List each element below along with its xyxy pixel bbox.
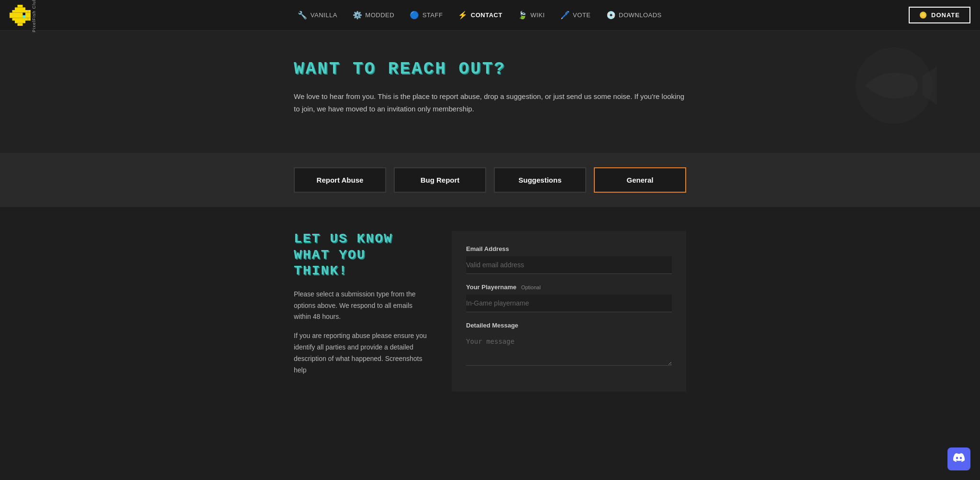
- contact-icon: ⚡: [458, 11, 468, 20]
- svg-rect-5: [15, 21, 25, 23]
- form-container: Let us know what you think! Please selec…: [275, 231, 705, 392]
- hero-content: Want to reach out? We love to hear from …: [275, 59, 705, 115]
- nav-modded-label: Modded: [365, 11, 394, 19]
- svg-rect-10: [28, 18, 31, 21]
- donate-label: Donate: [931, 11, 960, 19]
- form-description-2: If you are reporting abuse please ensure…: [294, 330, 428, 376]
- svg-rect-7: [23, 12, 26, 15]
- tab-container: Report Abuse Bug Report Suggestions Gene…: [275, 167, 705, 193]
- donate-coin-icon: 🪙: [919, 11, 927, 19]
- svg-rect-9: [28, 10, 31, 13]
- nav-wiki[interactable]: 🍃 Wiki: [512, 8, 551, 22]
- tab-general[interactable]: General: [594, 167, 686, 193]
- optional-badge: Optional: [521, 284, 541, 290]
- nav-vanilla-label: Vanilla: [311, 11, 337, 19]
- message-group: Detailed Message: [466, 322, 672, 368]
- email-input[interactable]: [466, 256, 672, 274]
- hero-description: We love to hear from you. This is the pl…: [294, 90, 686, 115]
- nav-links: 🔧 Vanilla ⚙️ Modded 🔵 Staff ⚡ Contact 🍃 …: [51, 8, 909, 22]
- nav-downloads[interactable]: 💿 Downloads: [601, 8, 668, 22]
- site-name-label: PixelFish Club: [32, 0, 36, 32]
- navbar: PixelFish Club 🔧 Vanilla ⚙️ Modded 🔵 Sta…: [0, 0, 980, 31]
- form-section-title: Let us know what you think!: [294, 231, 428, 279]
- nav-vanilla[interactable]: 🔧 Vanilla: [292, 8, 343, 22]
- svg-rect-6: [18, 23, 23, 26]
- svg-rect-1: [15, 7, 25, 10]
- form-left-panel: Let us know what you think! Please selec…: [294, 231, 428, 383]
- vote-icon: 🖊️: [560, 11, 570, 20]
- hero-title: Want to reach out?: [294, 59, 686, 79]
- nav-contact-label: Contact: [471, 11, 502, 19]
- svg-rect-2: [12, 10, 28, 13]
- email-group: Email Address: [466, 245, 672, 274]
- site-logo: [10, 5, 31, 26]
- message-label: Detailed Message: [466, 322, 672, 329]
- nav-staff-label: Staff: [423, 11, 443, 19]
- form-description-1: Please select a submission type from the…: [294, 289, 428, 323]
- playername-group: Your Playername Optional: [466, 284, 672, 312]
- discord-icon: [953, 452, 965, 466]
- email-label: Email Address: [466, 245, 672, 252]
- fish-bg-decoration: [846, 38, 942, 133]
- donate-button[interactable]: 🪙 Donate: [909, 7, 970, 23]
- playername-input[interactable]: [466, 295, 672, 312]
- tab-suggestions[interactable]: Suggestions: [494, 167, 586, 193]
- form-section: Let us know what you think! Please selec…: [0, 207, 980, 415]
- svg-rect-3: [10, 12, 31, 18]
- nav-staff[interactable]: 🔵 Staff: [404, 8, 448, 22]
- nav-contact[interactable]: ⚡ Contact: [452, 8, 508, 22]
- vanilla-icon: 🔧: [298, 11, 308, 20]
- logo-area: PixelFish Club: [10, 0, 36, 32]
- nav-wiki-label: Wiki: [530, 11, 545, 19]
- nav-vote-label: Vote: [573, 11, 590, 19]
- svg-rect-0: [18, 5, 23, 8]
- svg-rect-4: [12, 18, 28, 21]
- tab-section: Report Abuse Bug Report Suggestions Gene…: [0, 153, 980, 207]
- staff-icon: 🔵: [410, 11, 420, 20]
- svg-rect-8: [23, 15, 26, 18]
- tab-report-abuse[interactable]: Report Abuse: [294, 167, 386, 193]
- contact-form: Email Address Your Playername Optional D…: [452, 231, 686, 392]
- downloads-icon: 💿: [606, 11, 616, 20]
- hero-section: Want to reach out? We love to hear from …: [0, 31, 980, 153]
- discord-button[interactable]: [947, 447, 970, 470]
- playername-label: Your Playername Optional: [466, 284, 672, 291]
- nav-modded[interactable]: ⚙️ Modded: [347, 8, 400, 22]
- nav-downloads-label: Downloads: [619, 11, 662, 19]
- wiki-icon: 🍃: [518, 11, 528, 20]
- modded-icon: ⚙️: [353, 11, 363, 20]
- message-input[interactable]: [466, 333, 672, 366]
- nav-vote[interactable]: 🖊️ Vote: [555, 8, 597, 22]
- tab-bug-report[interactable]: Bug Report: [394, 167, 486, 193]
